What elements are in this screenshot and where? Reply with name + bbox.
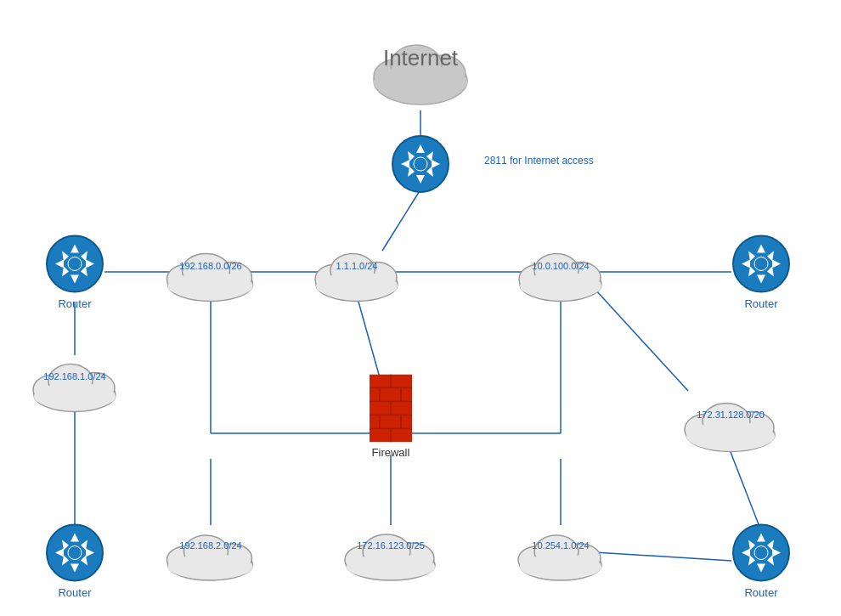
- top-router-annotation: 2811 for Internet access: [484, 155, 594, 167]
- cloud-center-label: 1.1.1.0/24: [336, 261, 378, 271]
- router-top: [391, 134, 450, 194]
- network-diagram: Internet 2811 for Internet access: [0, 0, 841, 616]
- svg-point-43: [168, 273, 253, 300]
- svg-point-125: [754, 546, 768, 560]
- svg-point-58: [68, 257, 82, 271]
- cloud-bottom-center: 172.16.123.0/25: [340, 523, 442, 582]
- cloud-bottom-center-label: 172.16.123.0/25: [357, 540, 425, 551]
- svg-line-18: [595, 552, 731, 561]
- cloud-bottom-right-label: 10.254.1.0/24: [532, 540, 589, 551]
- cloud-lower-left: 192.168.1.0/24: [28, 351, 121, 415]
- cloud-bottom-right: 10.254.1.0/24: [514, 523, 607, 582]
- svg-line-8: [357, 296, 381, 381]
- cloud-left: 192.168.0.0/26: [162, 240, 260, 304]
- firewall: Firewall: [370, 375, 412, 459]
- svg-point-100: [347, 554, 435, 579]
- svg-point-73: [34, 383, 116, 410]
- router-right: Router: [731, 235, 791, 310]
- svg-line-14: [731, 452, 761, 531]
- internet-cloud: Internet: [365, 30, 476, 106]
- router-right-label: Router: [744, 297, 777, 310]
- router-bottom-left-label: Router: [58, 586, 91, 599]
- router-left: Router: [45, 235, 104, 310]
- internet-label: Internet: [383, 45, 458, 71]
- svg-point-33: [414, 157, 427, 171]
- cloud-bottom-left: 192.168.2.0/24: [162, 523, 260, 582]
- cloud-right2: 172.31.128.0/20: [680, 391, 782, 455]
- svg-point-90: [686, 422, 775, 451]
- router-bottom-right: Router: [731, 523, 791, 599]
- svg-point-105: [520, 554, 601, 579]
- svg-point-38: [316, 273, 398, 300]
- svg-point-115: [68, 546, 82, 560]
- svg-point-95: [168, 554, 253, 579]
- cloud-right: 10.0.100.0/24: [514, 240, 607, 304]
- cloud-right2-label: 172.31.128.0/20: [697, 410, 765, 420]
- cloud-left-label: 192.168.0.0/26: [179, 261, 241, 271]
- svg-line-13: [595, 289, 688, 391]
- svg-point-68: [754, 257, 768, 271]
- firewall-label: Firewall: [372, 446, 410, 459]
- svg-point-48: [520, 273, 601, 300]
- router-left-label: Router: [58, 297, 91, 310]
- cloud-right-label: 10.0.100.0/24: [532, 261, 589, 271]
- router-bottom-left: Router: [45, 523, 104, 599]
- cloud-lower-left-label: 192.168.1.0/24: [43, 371, 105, 381]
- router-bottom-right-label: Router: [744, 586, 777, 599]
- cloud-bottom-left-label: 192.168.2.0/24: [179, 540, 241, 551]
- cloud-center: 1.1.1.0/24: [310, 240, 404, 304]
